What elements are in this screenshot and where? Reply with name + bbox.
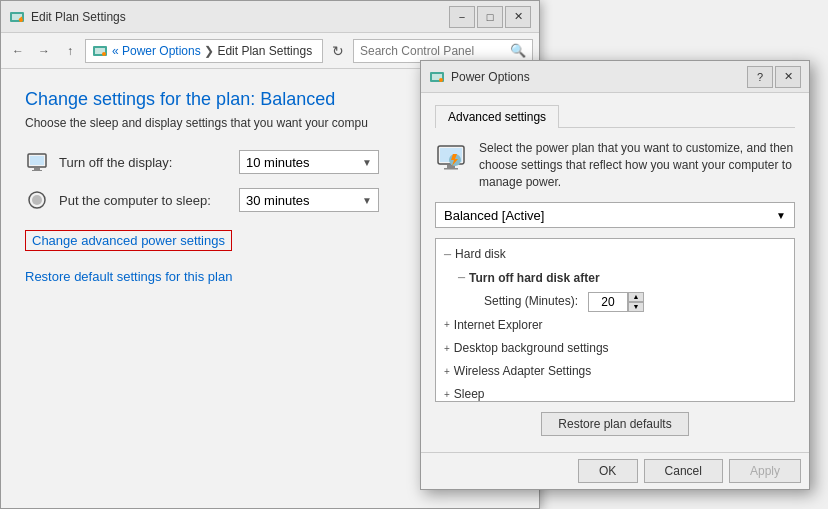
tree-expand-icon: ─ — [444, 247, 451, 263]
hdd-minutes-input[interactable] — [588, 292, 628, 312]
display-icon — [25, 150, 49, 174]
tree-expand-icon: + — [444, 317, 450, 333]
svg-point-11 — [32, 195, 42, 205]
address-path[interactable]: « Power Options ❯ Edit Plan Settings — [85, 39, 323, 63]
svg-rect-9 — [32, 170, 42, 171]
plan-selector-arrow: ▼ — [776, 210, 786, 221]
title-bar-controls: − □ ✕ — [449, 6, 531, 28]
refresh-button[interactable]: ↻ — [327, 40, 349, 62]
dialog-title: Power Options — [451, 70, 747, 84]
spinner-down-button[interactable]: ▼ — [628, 302, 644, 312]
close-button[interactable]: ✕ — [505, 6, 531, 28]
power-info-icon — [435, 140, 467, 172]
sleep-icon — [25, 188, 49, 212]
dropdown-arrow-sleep: ▼ — [362, 195, 372, 206]
cancel-button[interactable]: Cancel — [644, 459, 723, 483]
change-advanced-link[interactable]: Change advanced power settings — [25, 230, 232, 251]
up-button[interactable]: ↑ — [59, 40, 81, 62]
maximize-button[interactable]: □ — [477, 6, 503, 28]
restore-defaults-row: Restore plan defaults — [435, 412, 795, 436]
svg-rect-7 — [30, 156, 44, 165]
power-options-dialog: Power Options ? ✕ Advanced settings — [420, 60, 810, 490]
dialog-help-button[interactable]: ? — [747, 66, 773, 88]
dialog-icon — [429, 69, 445, 85]
spinner-buttons: ▲ ▼ — [628, 292, 644, 312]
display-dropdown[interactable]: 10 minutes ▼ — [239, 150, 379, 174]
search-input[interactable] — [360, 44, 510, 58]
address-icon — [92, 43, 108, 59]
tree-expand-icon: + — [444, 364, 450, 380]
dialog-info: Select the power plan that you want to c… — [435, 140, 795, 190]
svg-rect-18 — [444, 168, 458, 170]
tree-item-wireless[interactable]: + Wireless Adapter Settings — [436, 360, 794, 383]
dialog-close-button[interactable]: ✕ — [775, 66, 801, 88]
window-title: Edit Plan Settings — [31, 10, 449, 24]
title-bar: Edit Plan Settings − □ ✕ — [1, 1, 539, 33]
tab-bar: Advanced settings — [435, 105, 795, 128]
forward-button[interactable]: → — [33, 40, 55, 62]
tree-expand-icon: + — [444, 387, 450, 402]
dialog-controls: ? ✕ — [747, 66, 801, 88]
window-icon — [9, 9, 25, 25]
svg-point-5 — [102, 52, 106, 56]
tree-item-turn-off-hdd[interactable]: ─ Turn off hard disk after — [436, 267, 794, 290]
search-box[interactable]: 🔍 — [353, 39, 533, 63]
breadcrumb: « Power Options ❯ Edit Plan Settings — [112, 44, 312, 58]
refresh-area: ↻ — [327, 40, 349, 62]
dialog-footer: OK Cancel Apply — [421, 452, 809, 489]
tree-item-desktop-bg[interactable]: + Desktop background settings — [436, 337, 794, 360]
tree-expand-icon: ─ — [458, 270, 465, 286]
restore-defaults-button[interactable]: Restore plan defaults — [541, 412, 688, 436]
minimize-button[interactable]: − — [449, 6, 475, 28]
dialog-body: Advanced settings Select the power plan … — [421, 93, 809, 452]
tree-item-hdd-setting: Setting (Minutes): ▲ ▼ — [436, 290, 794, 314]
apply-button[interactable]: Apply — [729, 459, 801, 483]
back-button[interactable]: ← — [7, 40, 29, 62]
sleep-dropdown[interactable]: 30 minutes ▼ — [239, 188, 379, 212]
svg-rect-8 — [34, 168, 40, 170]
display-setting-label: Turn off the display: — [59, 155, 229, 170]
dropdown-arrow: ▼ — [362, 157, 372, 168]
spinner-up-button[interactable]: ▲ — [628, 292, 644, 302]
tree-item-sleep[interactable]: + Sleep — [436, 383, 794, 402]
ok-button[interactable]: OK — [578, 459, 638, 483]
dialog-info-text: Select the power plan that you want to c… — [479, 140, 795, 190]
tree-container[interactable]: ─ Hard disk ─ Turn off hard disk after S… — [435, 238, 795, 402]
svg-point-14 — [439, 78, 443, 82]
sleep-setting-label: Put the computer to sleep: — [59, 193, 229, 208]
search-icon: 🔍 — [510, 43, 526, 58]
tab-advanced-settings[interactable]: Advanced settings — [435, 105, 559, 128]
dialog-title-bar: Power Options ? ✕ — [421, 61, 809, 93]
tree-expand-icon: + — [444, 341, 450, 357]
tree-item-ie[interactable]: + Internet Explorer — [436, 314, 794, 337]
tree-item-hard-disk[interactable]: ─ Hard disk — [436, 243, 794, 266]
plan-selector-dropdown[interactable]: Balanced [Active] ▼ — [435, 202, 795, 228]
